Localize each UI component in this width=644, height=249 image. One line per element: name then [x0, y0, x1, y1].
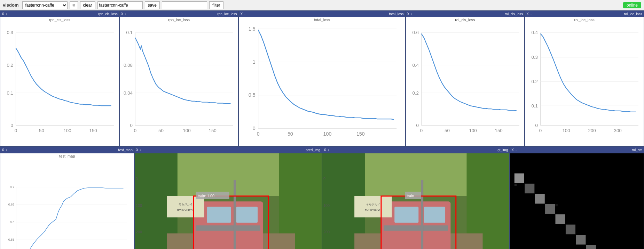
svg-rect-99 — [234, 180, 236, 249]
panel-title-rpn-loc-loss: rpn_loc_loss — [120, 17, 238, 23]
down-icon-8[interactable]: ↓ — [328, 148, 329, 152]
panel-header-rpn-loc-loss: X ↓ rpn_loc_loss — [120, 11, 238, 17]
svg-text:150: 150 — [495, 128, 502, 133]
x-icon-5[interactable]: X — [526, 12, 529, 16]
down-icon-7[interactable]: ↓ — [140, 148, 141, 152]
panel-title-test-map: test_map — [0, 153, 134, 159]
x-icon-7[interactable]: X — [136, 148, 139, 152]
down-icon-5[interactable]: ↓ — [530, 12, 532, 16]
panel-title-roi-loc-loss: roi_loc_loss — [525, 17, 644, 23]
down-icon-9[interactable]: ↓ — [515, 148, 517, 152]
svg-rect-124 — [354, 196, 392, 217]
svg-text:200: 200 — [136, 230, 142, 234]
svg-rect-144 — [545, 204, 555, 214]
svg-text:0.65: 0.65 — [8, 203, 15, 206]
svg-text:1.5: 1.5 — [249, 26, 256, 32]
svg-text:200: 200 — [588, 128, 596, 133]
panel-label-rpn-loc-loss: rpn_loc_loss — [217, 12, 237, 16]
down-icon-6[interactable]: ↓ — [6, 148, 7, 152]
panel-header-roi-loc-loss: X ↓ roi_loc_loss — [525, 11, 644, 17]
x-icon-3[interactable]: X — [240, 12, 243, 16]
svg-text:0.4: 0.4 — [412, 63, 419, 68]
svg-text:50: 50 — [288, 131, 293, 137]
svg-text:50: 50 — [445, 128, 450, 133]
svg-rect-141 — [515, 173, 524, 183]
gt-image-svg: そらジカイ RYŪKYŪKYŪ train 0 100 200 300 400 … — [322, 153, 509, 249]
panel-test-map: X ↓ test_map test_map 0.7 — [0, 147, 134, 249]
svg-text:50: 50 — [158, 128, 164, 133]
filter-input[interactable] — [162, 1, 207, 9]
svg-text:0.55: 0.55 — [8, 238, 15, 241]
clear-button[interactable]: clear — [80, 1, 95, 9]
panel-title-roi-cls-loss: roi_cls_loss — [406, 17, 525, 23]
panel-pred-img: X ↓ pred_img — [134, 147, 322, 249]
filter-button[interactable]: filter — [209, 1, 223, 9]
svg-text:100: 100 — [136, 203, 142, 207]
svg-rect-96 — [167, 196, 204, 217]
svg-text:0.3: 0.3 — [532, 55, 538, 60]
svg-rect-120 — [424, 207, 445, 223]
x-icon-2[interactable]: X — [121, 12, 124, 16]
env-select[interactable]: fasterrcnn-caffe main — [22, 1, 68, 9]
svg-text:100: 100 — [63, 128, 71, 133]
save-button[interactable]: save — [145, 1, 160, 9]
brand-label: visdom — [3, 2, 19, 8]
panel-title-rpn-cls-loss: rpn_cls_loss — [0, 17, 119, 23]
panel-roi-loc-loss: X ↓ roi_loc_loss roi_loc_loss 0.4 0.3 0.… — [525, 10, 644, 146]
svg-text:そらジカイ: そらジカイ — [366, 203, 380, 206]
panel-label-pred-img: pred_img — [306, 148, 320, 152]
svg-text:0.04: 0.04 — [124, 90, 133, 96]
x-icon-4[interactable]: X — [407, 12, 410, 16]
svg-rect-121 — [384, 225, 448, 231]
pred-image-svg: そらジカイ RYŪKYŪKYŪ train: 1.00 0 100 200 30… — [135, 153, 322, 249]
x-icon-9[interactable]: X — [511, 148, 514, 152]
svg-text:0: 0 — [253, 126, 256, 131]
panel-total-loss: X ↓ total_loss total_loss 1.5 1 0.5 0 0 — [238, 10, 405, 146]
svg-rect-155 — [515, 184, 517, 186]
svg-text:0.1: 0.1 — [7, 90, 14, 96]
svg-rect-146 — [566, 224, 575, 234]
svg-text:1: 1 — [253, 59, 256, 65]
svg-text:0: 0 — [323, 177, 325, 181]
svg-rect-142 — [525, 184, 534, 193]
svg-text:300: 300 — [614, 128, 622, 133]
svg-rect-156 — [556, 204, 558, 206]
chart-test-map: 0.7 0.65 0.6 0.55 0.5 0.45 0 5 10 15 — [0, 159, 134, 249]
svg-rect-145 — [556, 214, 565, 224]
svg-text:0: 0 — [535, 123, 538, 128]
down-icon-3[interactable]: ↓ — [244, 12, 246, 16]
online-badge: online — [623, 2, 641, 8]
svg-text:0: 0 — [11, 123, 13, 128]
matrix-svg — [510, 153, 644, 249]
down-icon[interactable]: ↓ — [6, 12, 7, 16]
svg-rect-93 — [196, 225, 260, 231]
x-icon[interactable]: X — [2, 12, 4, 16]
panel-rpn-loc-loss: X ↓ rpn_loc_loss rpn_loc_loss 0.1 0.08 0… — [119, 10, 239, 146]
svg-text:0.7: 0.7 — [10, 185, 15, 189]
x-icon-8[interactable]: X — [324, 148, 326, 152]
chart-row-1: X ↓ rpn_cls_loss rpn_cls_loss 0.3 0.2 — [0, 10, 644, 147]
down-icon-2[interactable]: ↓ — [125, 12, 126, 16]
svg-text:0: 0 — [257, 131, 260, 137]
svg-text:0.1: 0.1 — [532, 103, 538, 109]
svg-text:0: 0 — [15, 128, 17, 133]
x-icon-6[interactable]: X — [2, 148, 4, 152]
svg-text:150: 150 — [89, 128, 97, 133]
svg-rect-143 — [535, 194, 545, 203]
svg-text:100: 100 — [323, 203, 330, 207]
chart-total-loss: 1.5 1 0.5 0 0 50 100 150 — [239, 23, 405, 146]
down-icon-4[interactable]: ↓ — [411, 12, 413, 16]
grid-icon[interactable]: ⊞ — [70, 1, 78, 9]
env-input[interactable] — [97, 1, 143, 9]
svg-text:そらジカイ: そらジカイ — [179, 203, 193, 206]
panel-header-total-loss: X ↓ total_loss — [239, 11, 405, 17]
panel-label-roi-cls-loss: roi_cls_loss — [505, 12, 523, 16]
chart-rpn-loc-loss: 0.1 0.08 0.04 0 0 50 100 150 — [120, 23, 238, 146]
svg-text:100: 100 — [323, 131, 332, 137]
svg-text:0.6: 0.6 — [412, 30, 419, 35]
svg-text:0: 0 — [136, 177, 138, 181]
svg-text:0.2: 0.2 — [7, 63, 14, 68]
svg-text:0.5: 0.5 — [249, 92, 256, 98]
svg-text:0: 0 — [539, 128, 542, 133]
panel-label-rpn-cls-loss: rpn_cls_loss — [98, 12, 118, 16]
